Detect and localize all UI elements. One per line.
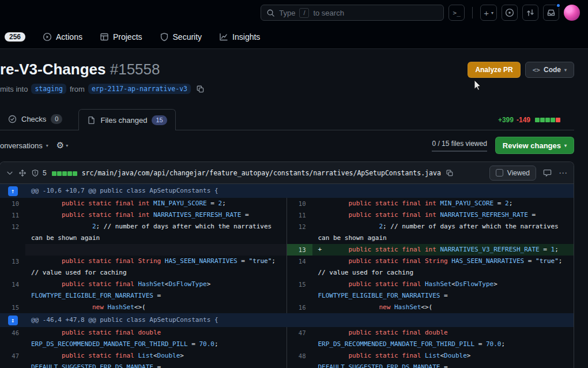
line-number[interactable]: 14 <box>287 256 312 279</box>
file-diff-card: 5 src/main/java/com/api/changejar/featur… <box>0 162 574 368</box>
diffstat-block <box>62 171 67 176</box>
expand-hunk-button[interactable]: ↑ <box>8 186 18 196</box>
code-token: = <box>474 340 486 348</box>
collapse-file-chevron-icon[interactable] <box>6 169 14 177</box>
copy-path-icon[interactable] <box>446 169 454 177</box>
code-token <box>161 257 165 265</box>
pull-requests-counter-badge[interactable]: 256 <box>5 32 25 42</box>
comment-icon[interactable] <box>543 168 552 177</box>
code-token: ; <box>222 200 226 207</box>
line-number[interactable]: 14 <box>0 279 25 302</box>
analyze-pr-button[interactable]: Analyze PR <box>468 62 520 78</box>
line-number[interactable]: 13 <box>0 256 25 279</box>
avatar[interactable] <box>564 5 580 21</box>
code-token: = <box>493 200 505 207</box>
line-number[interactable]: 10 <box>287 198 312 209</box>
code-token: ; <box>509 200 513 207</box>
nav-item-insights[interactable]: Insights <box>219 32 260 42</box>
command-palette-button[interactable]: >_ <box>448 5 465 21</box>
nav-item-security[interactable]: Security <box>160 32 202 42</box>
code-token: > <box>180 352 187 359</box>
play-circle-icon <box>43 32 52 42</box>
slash-key-hint: / <box>299 8 309 18</box>
file-header-actions: Viewed ⋯ <box>489 166 568 181</box>
diff-left-half: 12 2; // number of days after which the … <box>0 221 287 244</box>
code-token: ; <box>555 246 559 253</box>
gear-icon: ⚙ <box>56 140 64 151</box>
line-number[interactable]: 10 <box>0 198 25 209</box>
code-line: 2; // number of days after which the nar… <box>25 221 287 244</box>
line-number[interactable]: 47 <box>287 327 312 350</box>
line-number[interactable]: 16 <box>287 302 312 313</box>
hunk-header-text: @@ -46,4 +47,8 @@ public class ApSetupCo… <box>25 313 218 327</box>
code-token: public static final int <box>348 246 436 253</box>
code-token: = <box>540 246 551 253</box>
diff-settings-dropdown[interactable]: ⚙ ▾ <box>56 140 68 151</box>
deletions-count: -149 <box>517 116 530 124</box>
line-number[interactable]: 46 <box>0 327 25 350</box>
code-line: + public static final int NARRATIVES_V3_… <box>312 244 574 256</box>
conversations-dropdown[interactable]: onversations ▾ <box>0 141 48 150</box>
line-number[interactable]: 13 <box>287 244 312 256</box>
line-number[interactable]: 15 <box>0 302 25 313</box>
line-number[interactable]: 15 <box>287 279 312 302</box>
table-icon <box>100 32 109 42</box>
file-diffstat-blocks <box>51 168 77 178</box>
code-token: ERP_DS_RECOMMENDED_MANDATE_FOR_THIRD_PIL… <box>318 340 475 348</box>
inbox-icon <box>546 8 556 17</box>
additions-count: +399 <box>498 116 514 124</box>
code-token <box>31 211 62 219</box>
code-token: FLOWTYPE_ELIGIBLE_FOR_NARRATIVES <box>31 292 153 299</box>
page: Type / to search >_ + ▾ <box>0 0 588 368</box>
kebab-menu-icon[interactable]: ⋯ <box>559 168 568 178</box>
line-number[interactable]: 48 <box>287 350 312 368</box>
review-changes-button[interactable]: Review changes ▾ <box>495 137 574 154</box>
code-line: new HashSet<>( <box>25 302 287 313</box>
copy-icon[interactable] <box>196 85 205 93</box>
line-number[interactable]: 11 <box>0 209 25 221</box>
code-token <box>318 211 349 219</box>
viewed-toggle-button[interactable]: Viewed <box>489 166 536 181</box>
viewed-checkbox[interactable] <box>496 169 503 177</box>
code-token <box>318 303 379 311</box>
code-line: public static final List<Double> DEFAULT… <box>312 350 574 368</box>
code-token <box>318 200 349 207</box>
line-number[interactable]: 11 <box>287 209 312 221</box>
base-branch-label[interactable]: staging <box>31 84 66 94</box>
code-token <box>31 280 62 288</box>
hunk-header-text: @@ -10,6 +10,7 @@ public class ApSetupCo… <box>25 184 218 198</box>
code-token <box>318 280 349 288</box>
code-token: NARRATIVES_V3_REFRESH_RATE <box>440 246 539 253</box>
code-token: <>( <box>134 303 146 311</box>
diff-right-half: 48 public static final List<Double> DEFA… <box>287 350 574 368</box>
code-token <box>31 257 62 265</box>
diff-left-half: 11 public static final int NARRATIVES_RE… <box>0 209 287 221</box>
code-token: DsFlowType <box>455 280 493 288</box>
code-token: public static final <box>62 280 134 288</box>
code-token: "true" <box>536 257 559 265</box>
search-input[interactable]: Type / to search <box>261 5 444 21</box>
inbox-button[interactable] <box>543 5 559 21</box>
nav-item-actions[interactable]: Actions <box>43 32 82 42</box>
create-new-button[interactable]: + ▾ <box>480 5 497 21</box>
search-icon <box>266 9 275 17</box>
line-number[interactable]: 12 <box>0 221 25 244</box>
tab-checks[interactable]: Checks 0 <box>0 108 70 130</box>
diff-left-half: 13 public static final String HAS_SEEN_N… <box>0 256 287 279</box>
head-branch-label[interactable]: erp-2117-ap-narrative-v3 <box>88 84 191 94</box>
diffstat: +399 -149 <box>498 116 560 124</box>
code-line: public static final int NARRATIVES_REFRE… <box>312 209 574 221</box>
line-number[interactable]: 12 <box>287 221 312 244</box>
drag-handle-icon[interactable] <box>18 169 27 177</box>
line-number[interactable]: 47 <box>0 350 25 368</box>
code-token: Double <box>444 352 467 359</box>
pull-requests-button[interactable] <box>522 5 538 21</box>
issues-button[interactable] <box>502 5 518 21</box>
empty-cell <box>25 244 287 256</box>
expand-hunk-button[interactable]: ↕ <box>8 316 18 325</box>
code-button[interactable]: <> Code ▾ <box>525 62 574 78</box>
tab-files-changed[interactable]: Files changed 15 <box>78 109 175 130</box>
diff-left-half: 14 public static final HashSet<DsFlowTyp… <box>0 279 287 302</box>
nav-item-projects[interactable]: Projects <box>100 32 142 42</box>
pr-merge-info: mits into staging from erp-2117-ap-narra… <box>0 84 574 94</box>
